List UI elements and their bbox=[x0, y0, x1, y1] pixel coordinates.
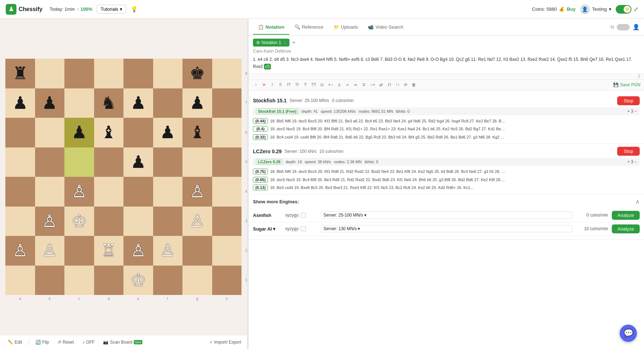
piece-7-4[interactable]: ♔ bbox=[131, 272, 146, 289]
sugar-ai-dropdown-icon[interactable]: ▾ bbox=[273, 226, 275, 232]
sym-excl-q[interactable]: !? bbox=[285, 82, 292, 88]
sym-excl[interactable]: ! bbox=[269, 82, 276, 88]
piece-2-5[interactable]: ♟ bbox=[160, 124, 175, 141]
piece-5-6[interactable]: ♙ bbox=[190, 213, 205, 230]
cell-4-3[interactable] bbox=[94, 177, 124, 207]
cell-0-2[interactable] bbox=[64, 59, 94, 88]
sound-button[interactable]: ♪ OFF bbox=[80, 338, 97, 346]
cell-7-0[interactable] bbox=[5, 266, 35, 295]
flip-button[interactable]: 🔄 Flip bbox=[33, 338, 51, 346]
cell-1-6[interactable]: ♟ bbox=[182, 88, 212, 118]
cell-4-6[interactable]: ♙ bbox=[182, 177, 212, 207]
cell-2-0[interactable] bbox=[5, 118, 35, 147]
cell-5-2[interactable]: ♔ bbox=[64, 207, 94, 236]
sym-arrow[interactable]: ↑ bbox=[252, 82, 259, 88]
cell-1-4[interactable]: ♟ bbox=[123, 88, 153, 118]
cell-5-0[interactable] bbox=[5, 207, 35, 236]
sugar-ai-syzygy-checkbox[interactable] bbox=[301, 226, 306, 231]
notation-toggle[interactable] bbox=[617, 24, 630, 30]
buy-link[interactable]: Buy bbox=[567, 6, 576, 12]
collapse-icon[interactable]: ∧ bbox=[635, 198, 640, 205]
piece-6-3[interactable]: ♖ bbox=[101, 242, 116, 259]
cell-3-1[interactable] bbox=[35, 147, 65, 177]
piece-5-1[interactable]: ♙ bbox=[42, 213, 57, 230]
piece-1-3[interactable]: ♞ bbox=[101, 94, 116, 112]
tab-uploads[interactable]: 📁 Uploads bbox=[328, 20, 363, 35]
sugar-ai-server-select[interactable]: Server: 130 MN/s ▾ bbox=[321, 225, 572, 232]
sym-double-q[interactable]: ?? bbox=[310, 82, 317, 88]
cell-4-2[interactable]: ♙ bbox=[64, 177, 94, 207]
lczero-stop-button[interactable]: Stop bbox=[617, 147, 640, 156]
plus-icon[interactable]: + bbox=[627, 109, 630, 114]
sym-pm[interactable]: ± bbox=[336, 82, 343, 88]
cell-6-0[interactable]: ♙ bbox=[5, 236, 35, 266]
cell-3-5[interactable] bbox=[153, 147, 183, 177]
cell-0-7[interactable] bbox=[212, 59, 242, 88]
resize-handle[interactable]: ⇕ bbox=[637, 73, 641, 79]
edit-button[interactable]: ✏️ Edit bbox=[6, 338, 24, 346]
cell-6-1[interactable]: ♙ bbox=[35, 236, 65, 266]
cell-0-5[interactable] bbox=[153, 59, 183, 88]
cell-6-3[interactable]: ♖ bbox=[94, 236, 124, 266]
cell-6-6[interactable] bbox=[182, 236, 212, 266]
cell-3-4[interactable]: ♟ bbox=[123, 147, 153, 177]
sym-q[interactable]: ? bbox=[302, 82, 309, 88]
cell-6-7[interactable] bbox=[212, 236, 242, 266]
cell-6-4[interactable]: ♙ bbox=[123, 236, 153, 266]
chess-board[interactable]: ♜♚♟♟♞♟♟♟♝♟♝♟♙♙♙♔♙♙♙♖♙♙♔ bbox=[5, 59, 241, 295]
notation-tab-close[interactable]: ✕ bbox=[283, 41, 286, 45]
sym-circle[interactable]: ⊙ bbox=[318, 82, 326, 88]
piece-1-0[interactable]: ♟ bbox=[13, 94, 28, 112]
cell-7-7[interactable] bbox=[212, 266, 242, 295]
cell-4-1[interactable] bbox=[35, 177, 65, 207]
sugar-ai-analyze-button[interactable]: Analyze bbox=[612, 224, 640, 233]
cell-3-6[interactable] bbox=[182, 147, 212, 177]
sym-arrows[interactable]: ⇄ bbox=[377, 82, 385, 88]
sym-sq[interactable]: ⊓ bbox=[386, 82, 393, 88]
import-export-button[interactable]: ✓ Import/ Export bbox=[209, 340, 241, 345]
sym-x[interactable]: ✕ bbox=[260, 82, 268, 88]
cell-3-0[interactable] bbox=[5, 147, 35, 177]
sym-rotate[interactable]: ⟳ bbox=[402, 82, 409, 88]
cell-5-3[interactable] bbox=[94, 207, 124, 236]
stockfish-stop-button[interactable]: Stop bbox=[617, 96, 640, 105]
cell-4-0[interactable] bbox=[5, 177, 35, 207]
piece-0-0[interactable]: ♜ bbox=[13, 65, 28, 82]
piece-6-5[interactable]: ♙ bbox=[160, 242, 175, 259]
piece-4-2[interactable]: ♙ bbox=[72, 183, 87, 200]
piece-6-4[interactable]: ♙ bbox=[131, 242, 146, 259]
sym-q-excl[interactable]: ?! bbox=[293, 82, 301, 88]
add-notation-button[interactable]: + bbox=[291, 39, 297, 46]
cell-7-2[interactable] bbox=[64, 266, 94, 295]
cell-6-5[interactable]: ♙ bbox=[153, 236, 183, 266]
piece-6-1[interactable]: ♙ bbox=[42, 242, 57, 259]
piece-3-4[interactable]: ♟ bbox=[131, 154, 146, 171]
notation-tab-1[interactable]: ⚙ Notation 1 ✕ bbox=[253, 39, 289, 47]
piece-1-4[interactable]: ♟ bbox=[131, 94, 146, 112]
sym-mp[interactable]: ∓ bbox=[360, 82, 367, 88]
cell-2-1[interactable] bbox=[35, 118, 65, 147]
piece-2-3[interactable]: ♝ bbox=[101, 124, 116, 141]
cell-2-3[interactable]: ♝ bbox=[94, 118, 124, 147]
cell-5-6[interactable]: ♙ bbox=[182, 207, 212, 236]
cell-1-7[interactable] bbox=[212, 88, 242, 118]
cell-5-4[interactable] bbox=[123, 207, 153, 236]
asmfish-server-select[interactable]: Server: 25-100 MN/s ▾ bbox=[321, 212, 572, 219]
sym-up-up[interactable]: ↑↑ bbox=[394, 82, 401, 88]
lczero-plus-icon[interactable]: + bbox=[627, 159, 630, 164]
cell-2-7[interactable] bbox=[212, 118, 242, 147]
cell-4-7[interactable] bbox=[212, 177, 242, 207]
piece-0-6[interactable]: ♚ bbox=[190, 65, 205, 82]
tab-notation[interactable]: 📋 Notation bbox=[253, 20, 289, 35]
cell-2-6[interactable]: ♝ bbox=[182, 118, 212, 147]
cell-1-0[interactable]: ♟ bbox=[5, 88, 35, 118]
cell-3-2[interactable] bbox=[64, 147, 94, 177]
piece-1-1[interactable]: ♟ bbox=[42, 94, 57, 112]
discord-button[interactable]: 💬 bbox=[620, 325, 637, 342]
cell-0-1[interactable] bbox=[35, 59, 65, 88]
cell-3-3[interactable] bbox=[94, 147, 124, 177]
cell-7-6[interactable] bbox=[182, 266, 212, 295]
reset-button[interactable]: ↺ Reset bbox=[55, 338, 76, 346]
cell-7-4[interactable]: ♔ bbox=[123, 266, 153, 295]
sym-minus-plus[interactable]: −+ bbox=[369, 82, 376, 88]
